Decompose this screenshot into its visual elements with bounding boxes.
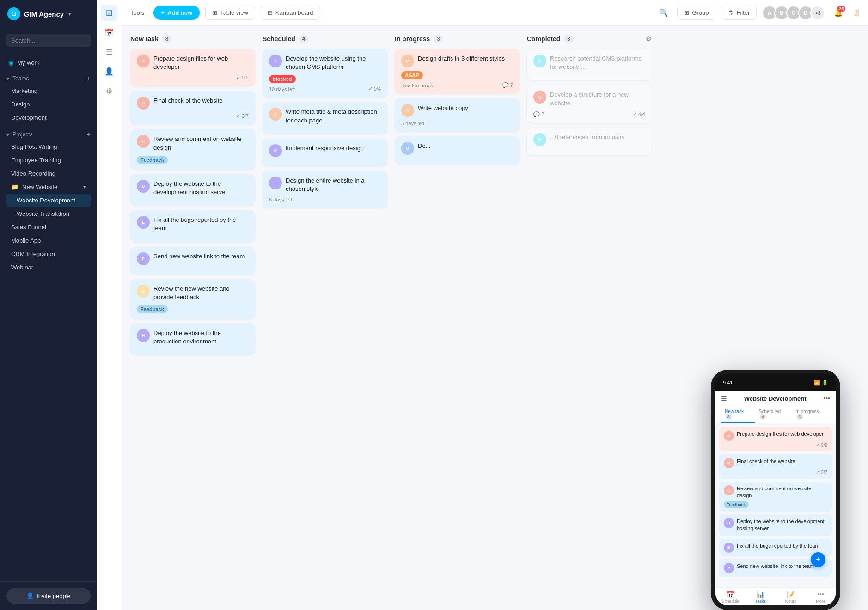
card-avatar-ip3: O [401,142,414,155]
sidebar-item-marketing[interactable]: Marketing [6,84,91,98]
teams-add-icon[interactable]: + [87,75,91,82]
user-avatar[interactable]: U [855,10,859,16]
card-title-4: Deploy the website to the development ho… [153,180,249,196]
phone-card-1[interactable]: A Prepare design files for web developer… [719,427,832,451]
card-responsive-design[interactable]: K Implement responsive design [263,139,387,166]
phone-card-2[interactable]: B Final check of the website ✓ 0/7 [719,454,832,479]
sidebar-item-crm-integration[interactable]: CRM Integration [6,247,91,261]
strip-icon-person[interactable]: 👤 [101,63,117,79]
projects-chevron[interactable]: ▾ [6,131,9,138]
app-dropdown-icon[interactable]: ▾ [68,11,71,17]
phone-screen: ☰ Website Development ••• New task 8 Sch… [715,391,836,605]
add-new-label: Add new [167,9,192,16]
card-review-comment[interactable]: C Review and comment on website design F… [130,129,255,169]
card-avatar-c3: R [533,133,546,146]
card-meta-titles[interactable]: J Write meta title & meta description fo… [263,102,387,134]
phone-bottom-bar: 📅 Schedule 📊 Tasks 📝 Notes ••• More [715,587,836,605]
table-icon: ⊞ [212,9,217,16]
table-view-button[interactable]: ⊞ Table view [205,6,255,20]
card-design-style[interactable]: L Design the entire website in a chosen … [263,171,387,208]
card-avatar-c1: P [533,55,546,67]
phone-nav-notes[interactable]: 📝 Notes [776,591,806,604]
new-task-title: New task [130,35,159,43]
app-logo[interactable]: G GIM Agency ▾ [0,0,97,28]
mywork-label: My work [17,59,39,66]
group-label: Group [692,9,709,16]
sidebar-item-mywork[interactable]: ◉ My work [4,56,93,69]
sidebar-item-sales-funnel[interactable]: Sales Funnel [6,220,91,234]
sidebar-item-website-translation[interactable]: Website Translation [6,207,91,220]
notification-button[interactable]: 🔔 25 [831,5,846,21]
phone-fab-button[interactable]: + [811,552,825,567]
phone-time: 9:41 [723,380,733,385]
notes-label: Notes [785,599,796,604]
card-review-new-website[interactable]: G Review the new website and provide fee… [130,279,255,319]
phone-nav-more[interactable]: ••• More [806,591,836,604]
card-deploy-production[interactable]: H Deploy the website to the production e… [130,323,255,355]
phone-nav-tasks[interactable]: 📊 Tasks [746,591,776,604]
sidebar-item-website-development[interactable]: Website Development [6,194,91,207]
table-view-label: Table view [220,9,248,16]
search-input[interactable] [6,34,91,47]
phone-shell: 9:41 📶 🔋 ☰ Website Development ••• New t… [711,370,840,610]
strip-icon-calendar[interactable]: 📅 [101,24,117,41]
projects-add-icon[interactable]: + [87,131,91,138]
card-write-copy[interactable]: N Write website copy 3 days left [395,98,520,132]
phone-nav-schedule[interactable]: 📅 Schedule [715,591,746,604]
phone-tab-in-progress[interactable]: In progress 3 [792,406,830,423]
card-check-s1: ✓ 0/4 [368,86,381,92]
sidebar-item-blog-post[interactable]: Blog Post Writing [6,140,91,153]
card-avatar-s2: J [269,108,282,121]
column-settings-icon[interactable]: ⚙ [646,35,652,43]
filter-button[interactable]: ⚗ Filter [721,6,757,20]
kanban-board-button[interactable]: ⊟ Kanban board [261,6,320,20]
phone-av-3: C [724,485,734,495]
strip-icon-list[interactable]: ☰ [101,43,117,60]
group-button[interactable]: ⊞ Group [677,6,715,20]
phone-card-4[interactable]: D Deploy the website to the development … [719,514,832,536]
phone-card-footer-1: ✓ 0/2 [724,443,827,448]
sidebar-item-development[interactable]: Development [6,111,91,124]
card-design-drafts[interactable]: M Design drafts in 3 different styles AS… [395,49,520,94]
phone-av-2: B [724,458,734,468]
sidebar-item-mobile-app[interactable]: Mobile App [6,234,91,247]
add-new-icon: + [161,9,165,16]
phone-more-icon[interactable]: ••• [823,395,830,402]
sidebar-item-design[interactable]: Design [6,98,91,111]
card-title-s1: Develop the website using the chosen CMS… [286,55,381,71]
teams-chevron[interactable]: ▾ [6,75,9,82]
card-check-c2: ✓ 4/4 [633,111,645,117]
search-button[interactable]: 🔍 [656,5,672,21]
card-prepare-design-files[interactable]: A Prepare design files for web developer… [130,49,255,86]
card-develop-partial[interactable]: O De... [395,136,520,164]
phone-tab-new-task[interactable]: New task 8 [721,406,755,423]
video-recording-label: Video Recording [11,170,55,177]
card-send-link[interactable]: F Send new website link to the team [130,247,255,274]
sidebar-item-video-recording[interactable]: Video Recording [6,167,91,180]
sidebar-item-webinar[interactable]: Webinar [6,261,91,274]
add-new-button[interactable]: + Add new [153,6,200,20]
strip-icon-check[interactable]: ☑ [101,5,117,21]
icon-strip: ☑ 📅 ☰ 👤 ⚙ [97,0,121,610]
completed-title: Completed [527,35,560,43]
card-final-check[interactable]: B Final check of the website ✓ 0/7 [130,91,255,125]
new-website-chevron[interactable]: ▾ [83,184,86,190]
card-develop-cms[interactable]: I Develop the website using the chosen C… [263,49,387,98]
card-develop-structure[interactable]: Q Develop a structure for a new website … [527,85,652,122]
completed-count: 3 [564,35,574,43]
in-progress-title: In progress [395,35,430,43]
phone-tab-scheduled[interactable]: Scheduled 4 [755,406,792,423]
sidebar-item-new-website[interactable]: 📁 New Website ▾ [6,180,91,194]
card-research-cms[interactable]: P Research potential CMS platforms for w… [527,49,652,80]
phone-card-3[interactable]: C Review and comment on website design F… [719,482,832,512]
strip-icon-settings[interactable]: ⚙ [101,82,117,99]
phone-menu-icon[interactable]: ☰ [721,395,727,402]
card-references[interactable]: R ...0 references from industry [527,128,652,155]
card-deploy-dev[interactable]: D Deploy the website to the development … [130,174,255,206]
card-fix-bugs[interactable]: E Fix all the bugs reported by the team [130,210,255,242]
invite-people-button[interactable]: 👤 Invite people [6,588,91,604]
card-avatar-6: F [137,252,150,265]
avatar-count[interactable]: +3 [810,6,825,20]
card-title-c3: ...0 references from industry [550,133,625,141]
sidebar-item-employee-training[interactable]: Employee Training [6,153,91,167]
